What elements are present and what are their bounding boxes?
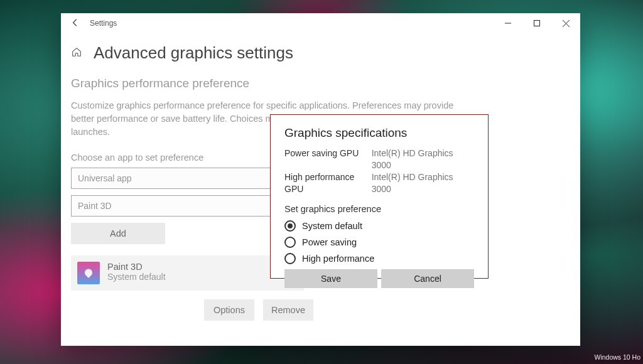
settings-window: Settings Advanced graphics settings Grap…	[61, 13, 580, 346]
spec-key: Power saving GPU	[284, 147, 372, 171]
radio-icon	[284, 220, 296, 232]
radio-high-performance[interactable]: High performance	[284, 253, 474, 264]
radio-label: Power saving	[302, 237, 357, 247]
radio-label: System default	[302, 221, 362, 231]
page-title: Advanced graphics settings	[94, 43, 293, 63]
save-button[interactable]: Save	[284, 269, 377, 288]
options-button[interactable]: Options	[204, 299, 254, 321]
set-preference-label: Set graphics preference	[284, 204, 474, 214]
maximize-button[interactable]	[522, 13, 551, 33]
section-title: Graphics performance preference	[71, 77, 570, 90]
radio-icon	[284, 237, 296, 248]
back-button[interactable]	[66, 18, 85, 29]
radio-power-saving[interactable]: Power saving	[284, 237, 474, 248]
svg-rect-1	[534, 21, 540, 26]
spec-row: Power saving GPU Intel(R) HD Graphics 30…	[284, 147, 474, 171]
dialog-title: Graphics specifications	[284, 126, 474, 140]
watermark: Windows 10 Ho	[594, 353, 640, 361]
app-select[interactable]: Paint 3D	[71, 195, 304, 217]
spec-value: Intel(R) HD Graphics 3000	[372, 171, 474, 195]
spec-value: Intel(R) HD Graphics 3000	[372, 147, 474, 171]
app-card[interactable]: Paint 3D System default	[71, 255, 304, 291]
app-subtitle: System default	[107, 272, 166, 282]
spec-row: High performance GPU Intel(R) HD Graphic…	[284, 171, 474, 195]
radio-label: High performance	[302, 254, 374, 264]
cancel-button[interactable]: Cancel	[381, 269, 474, 288]
remove-button[interactable]: Remove	[263, 299, 313, 321]
add-button[interactable]: Add	[71, 223, 165, 244]
dialog-buttons: Save Cancel	[284, 269, 474, 288]
titlebar: Settings	[61, 13, 580, 33]
graphics-spec-dialog: Graphics specifications Power saving GPU…	[270, 114, 489, 279]
close-button[interactable]	[551, 13, 580, 33]
app-row-buttons: Options Remove	[204, 299, 570, 321]
paint3d-icon	[77, 262, 100, 284]
app-select-value: Paint 3D	[78, 201, 112, 211]
window-controls	[494, 13, 580, 33]
radio-icon	[284, 253, 296, 264]
spec-key: High performance GPU	[284, 171, 372, 195]
radio-system-default[interactable]: System default	[284, 220, 474, 232]
page-header: Advanced graphics settings	[71, 43, 570, 63]
app-meta: Paint 3D System default	[107, 262, 166, 284]
home-icon[interactable]	[71, 46, 82, 60]
app-type-value: Universal app	[78, 173, 132, 183]
app-name: Paint 3D	[107, 262, 166, 272]
minimize-button[interactable]	[494, 13, 522, 33]
app-type-select[interactable]: Universal app	[71, 168, 304, 189]
app-label: Settings	[90, 19, 117, 28]
